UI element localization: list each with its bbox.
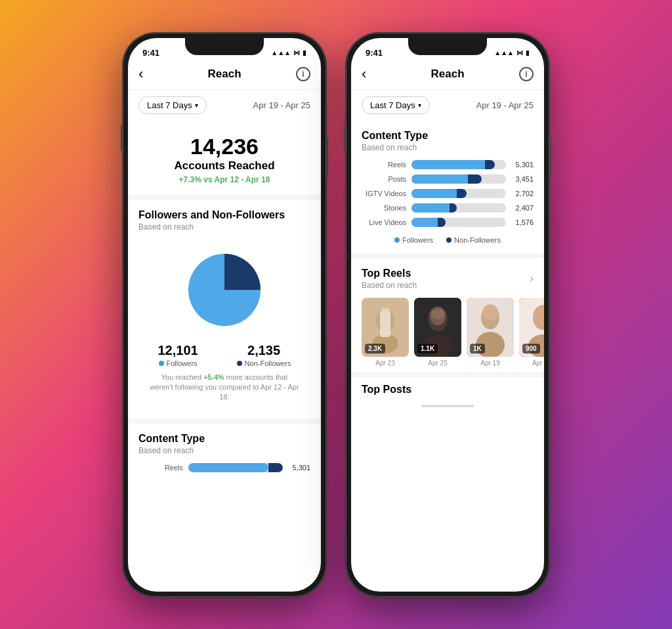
bar-value-igtv: 2,702: [511, 190, 534, 197]
top-reels-title-area: Top Reels Based on reach: [362, 268, 417, 290]
reel-date-2: Apr 25: [414, 359, 461, 367]
phone-1: 9:41 ▲▲▲ ⋈ ▮ ‹ Reach i Last 7 Days ▾ Apr…: [123, 33, 326, 597]
bar-followers-stories: [411, 203, 450, 213]
pie-note-highlight: +5.4%: [203, 373, 224, 381]
scroll-content-1[interactable]: 14,236 Accounts Reached +7.3% vs Apr 12 …: [128, 121, 321, 592]
bar-label-reels: Reels: [362, 161, 406, 169]
reel-count-1: 2.3K: [365, 344, 385, 354]
status-icons-1: ▲▲▲ ⋈ ▮: [271, 49, 306, 56]
legend-nonfollowers-dot: [446, 237, 452, 243]
top-reels-title: Top Reels: [362, 268, 417, 279]
accounts-reached-change: +7.3% vs Apr 12 - Apr 18: [138, 175, 310, 184]
bar-label-igtv: IGTV Videos: [362, 190, 406, 197]
top-reels-arrow-icon[interactable]: ›: [530, 272, 534, 285]
info-circle-2: i: [519, 67, 534, 81]
reel-item-4[interactable]: 900 Apr 2...: [519, 298, 544, 367]
bar-area-1: Reels 5,301: [128, 458, 321, 483]
wifi-icon-2: ⋈: [516, 49, 523, 56]
reel-image-2: 1.1K: [414, 298, 461, 357]
bar-track-reels: [411, 160, 506, 169]
bar-track-igtv: [411, 189, 506, 198]
page-title-1: Reach: [207, 68, 241, 81]
followers-stat: 12,101 Followers: [158, 343, 198, 367]
bar-followers-reels: [411, 160, 485, 169]
info-circle-1: i: [296, 67, 310, 81]
back-button-2[interactable]: ‹: [362, 66, 380, 83]
followers-section-subtitle: Based on reach: [138, 222, 310, 232]
bar-label-live: Live Videos: [362, 218, 406, 226]
reel-count-3: 1K: [470, 344, 485, 354]
bar-nonfollowers-posts: [468, 174, 481, 184]
non-followers-label: Non-Followers: [237, 359, 291, 367]
period-label-2: Last 7 Days: [370, 100, 415, 110]
legend-followers-label: Followers: [402, 236, 433, 244]
top-reels-header: Top Reels Based on reach ›: [351, 258, 544, 293]
reel-count-2: 1.1K: [417, 344, 438, 354]
date-range-2: Apr 19 - Apr 25: [476, 100, 534, 110]
followers-label: Followers: [158, 359, 198, 367]
back-chevron-2: ‹: [362, 66, 366, 83]
followers-number: 12,101: [158, 343, 198, 358]
bar-nonfollowers-live: [438, 218, 446, 227]
signal-icon-1: ▲▲▲: [271, 49, 291, 56]
top-posts-section: Top Posts: [351, 372, 544, 399]
content-type-subtitle-1: Based on reach: [138, 446, 310, 455]
bar-row-live: Live Videos 1,576: [362, 218, 534, 227]
content-type-subtitle-2: Based on reach: [362, 143, 534, 152]
main-stat-section: 14,236 Accounts Reached +7.3% vs Apr 12 …: [128, 121, 321, 195]
reel-item-2[interactable]: 1.1K Apr 25: [414, 298, 461, 367]
info-button-2[interactable]: i: [515, 67, 534, 81]
svg-rect-4: [380, 311, 390, 337]
legend-followers-dot: [394, 237, 400, 243]
reel-image-4: 900: [519, 298, 544, 357]
pie-note: You reached +5.4% more accounts that wer…: [138, 367, 310, 408]
legend-nonfollowers-label: Non-Followers: [454, 236, 501, 244]
legend-followers: Followers: [394, 236, 433, 244]
svg-rect-15: [482, 304, 498, 320]
bar-row-igtv: IGTV Videos 2,702: [362, 189, 534, 198]
non-followers-stat: 2,135 Non-Followers: [237, 343, 291, 367]
reel-item-3[interactable]: 1K Apr 19: [467, 298, 514, 367]
scroll-content-2[interactable]: Content Type Based on reach Reels 5,301 …: [351, 121, 544, 592]
bar-value-reels: 5,301: [511, 161, 534, 169]
accounts-reached-label: Accounts Reached: [138, 159, 310, 172]
followers-section-header: Followers and Non-Followers Based on rea…: [128, 200, 321, 234]
non-followers-number: 2,135: [237, 343, 291, 358]
svg-rect-5: [381, 308, 389, 314]
bar-nonfollowers-reels: [485, 160, 494, 169]
divider-3: [351, 253, 544, 258]
phone-2: 9:41 ▲▲▲ ⋈ ▮ ‹ Reach i Last 7 Days ▾ Apr…: [346, 33, 549, 597]
pie-chart-area: 12,101 Followers 2,135 Non-Followers: [128, 234, 321, 418]
date-range-1: Apr 19 - Apr 25: [253, 100, 310, 110]
period-dropdown-2[interactable]: Last 7 Days ▾: [362, 96, 430, 114]
chevron-down-icon-2: ▾: [418, 102, 421, 109]
back-button-1[interactable]: ‹: [138, 66, 157, 83]
back-chevron-1: ‹: [138, 66, 143, 83]
chevron-down-icon-1: ▾: [195, 102, 198, 109]
bar-nonfollowers-reels-1: [268, 463, 283, 472]
time-2: 9:41: [366, 48, 383, 58]
info-button-1[interactable]: i: [292, 67, 310, 81]
bar-label-reels-1: Reels: [138, 464, 183, 472]
reel-date-3: Apr 19: [467, 359, 514, 367]
reels-scroll[interactable]: 2.3K Apr 23 1.1K: [351, 293, 544, 372]
bar-track-live: [411, 218, 506, 227]
bar-row-reels-1: Reels 5,301: [138, 463, 310, 472]
content-type-section-header-1: Content Type Based on reach: [128, 424, 321, 458]
bar-row-reels: Reels 5,301: [362, 160, 534, 169]
bar-track-posts: [411, 174, 506, 184]
content-type-section-header-2: Content Type Based on reach: [351, 121, 544, 155]
bar-followers-live: [411, 218, 438, 227]
bar-label-posts: Posts: [362, 175, 406, 183]
reel-item-1[interactable]: 2.3K Apr 23: [362, 298, 409, 367]
bar-area-2: Reels 5,301 Posts 3,451: [351, 155, 544, 253]
period-dropdown-1[interactable]: Last 7 Days ▾: [138, 96, 207, 114]
wifi-icon-1: ⋈: [293, 49, 300, 56]
change-highlight: +7.3%: [179, 175, 201, 184]
home-indicator-2: [351, 399, 544, 413]
accounts-reached-number: 14,236: [138, 134, 310, 159]
non-followers-label-text: Non-Followers: [245, 359, 291, 367]
divider-2: [128, 418, 321, 424]
time-1: 9:41: [142, 48, 159, 58]
bar-value-posts: 3,451: [511, 175, 534, 183]
